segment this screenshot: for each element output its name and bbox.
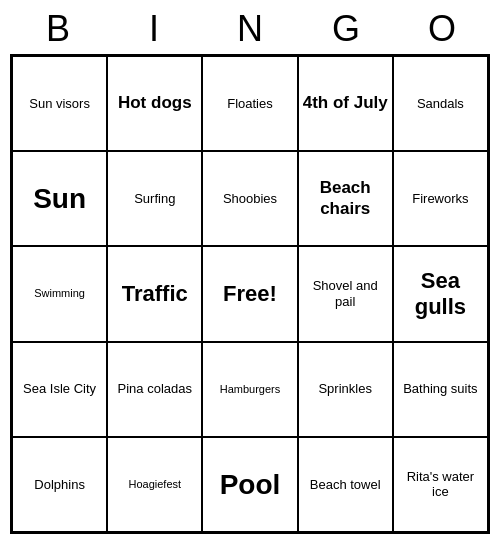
table-row: Surfing <box>107 151 202 246</box>
table-row: Beach chairs <box>298 151 393 246</box>
table-row: Shoobies <box>202 151 297 246</box>
table-row: Hot dogs <box>107 56 202 151</box>
letter-g: G <box>306 8 386 50</box>
table-row: Sprinkles <box>298 342 393 437</box>
table-row: Hoagiefest <box>107 437 202 532</box>
bingo-grid: Sun visorsHot dogsFloaties4th of JulySan… <box>10 54 490 534</box>
letter-n: N <box>210 8 290 50</box>
table-row: Sun visors <box>12 56 107 151</box>
table-row: Shovel and pail <box>298 246 393 341</box>
table-row: 4th of July <box>298 56 393 151</box>
table-row: Free! <box>202 246 297 341</box>
table-row: Traffic <box>107 246 202 341</box>
table-row: Floaties <box>202 56 297 151</box>
table-row: Sea gulls <box>393 246 488 341</box>
table-row: Dolphins <box>12 437 107 532</box>
letter-o: O <box>402 8 482 50</box>
table-row: Fireworks <box>393 151 488 246</box>
table-row: Pool <box>202 437 297 532</box>
table-row: Bathing suits <box>393 342 488 437</box>
table-row: Sandals <box>393 56 488 151</box>
table-row: Beach towel <box>298 437 393 532</box>
bingo-title: B I N G O <box>10 0 490 54</box>
table-row: Hamburgers <box>202 342 297 437</box>
table-row: Pina coladas <box>107 342 202 437</box>
table-row: Sea Isle City <box>12 342 107 437</box>
table-row: Swimming <box>12 246 107 341</box>
table-row: Sun <box>12 151 107 246</box>
table-row: Rita's water ice <box>393 437 488 532</box>
letter-b: B <box>18 8 98 50</box>
letter-i: I <box>114 8 194 50</box>
